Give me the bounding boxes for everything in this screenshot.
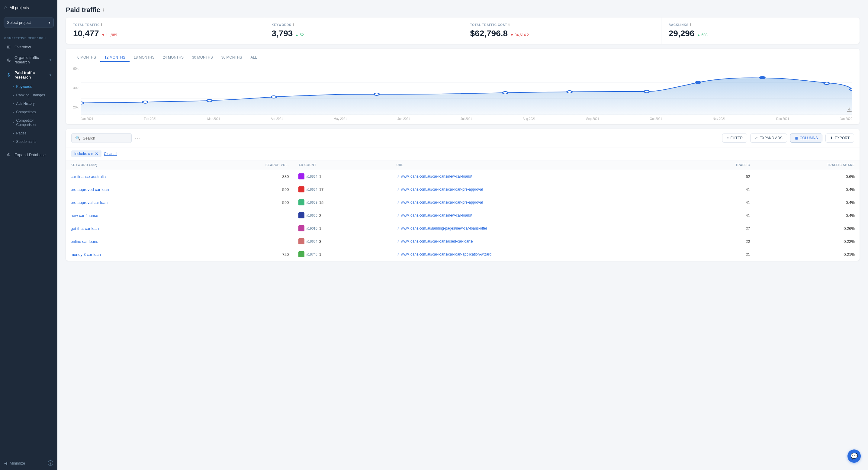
chevron-down-icon: ▾: [50, 73, 51, 77]
cost-info-icon[interactable]: ℹ: [508, 23, 510, 27]
search-input[interactable]: [83, 136, 128, 140]
y-axis-labels: 60k 40k 20k: [73, 67, 81, 109]
cell-traffic-share-5: 0.22%: [755, 235, 860, 248]
url-link-5[interactable]: www.loans.com.au/car-loans/used-car-loan…: [401, 239, 473, 244]
col-ad-count[interactable]: AD COUNT: [293, 160, 392, 170]
tab-6months[interactable]: 6 MONTHS: [73, 54, 100, 62]
keyword-link-3[interactable]: new car finance: [71, 213, 98, 218]
tab-12months[interactable]: 12 MONTHS: [100, 54, 130, 62]
sub-item-keywords-label: Keywords: [16, 85, 32, 89]
all-projects-link[interactable]: ⌂ All projects: [0, 0, 57, 15]
url-link-2[interactable]: www.loans.com.au/car-loans/car-loan-pre-…: [401, 200, 483, 205]
main-content: Paid traffic ℹ TOTAL TRAFFIC ℹ 10,477 ▼ …: [57, 0, 868, 470]
keyword-link-5[interactable]: online car loans: [71, 239, 98, 244]
sub-item-subdomains[interactable]: Subdomains: [8, 137, 57, 146]
ad-swatch-2: [299, 199, 304, 206]
table-header: KEYWORD (382) SEARCH VOL. AD COUNT URL T…: [66, 160, 860, 170]
keyword-link-1[interactable]: pre approved car loan: [71, 187, 109, 192]
cell-search-vol-6: 720: [201, 248, 294, 261]
stat-label-keywords: KEYWORDS ℹ: [272, 23, 455, 27]
filter-chip-car: Include: car ✕: [71, 150, 101, 157]
sidebar-item-paid[interactable]: $ Paid traffic research ▾: [2, 68, 56, 82]
competitive-research-label: COMPETITIVE RESEARCH: [0, 32, 57, 41]
cell-url-4: ↗ www.loans.com.au/landing-pages/new-car…: [392, 222, 686, 235]
col-keyword[interactable]: KEYWORD (382): [66, 160, 201, 170]
expand-ads-button[interactable]: ⤢ EXPAND ADS: [750, 133, 787, 143]
keyword-link-0[interactable]: car finance australia: [71, 174, 106, 179]
x-label-mar2021: Mar 2021: [208, 117, 220, 121]
backlinks-info-icon[interactable]: ℹ: [690, 23, 691, 27]
svg-point-4: [81, 102, 84, 104]
minimize-button[interactable]: ◀ Minimize ?: [0, 456, 57, 470]
stat-value-backlinks: 29,296 ▲ 608: [669, 29, 852, 38]
page-title: Paid traffic: [66, 6, 100, 14]
url-link-6[interactable]: www.loans.com.au/car-loans/car-loan-appl…: [401, 252, 491, 256]
filter-button[interactable]: ≡ FILTER: [722, 133, 747, 143]
y-label-40k: 40k: [73, 86, 79, 90]
project-selector[interactable]: Select project ▾: [4, 18, 54, 28]
url-link-0[interactable]: www.loans.com.au/car-loans/new-car-loans…: [401, 174, 472, 179]
filter-chip-remove[interactable]: ✕: [95, 152, 98, 156]
cell-traffic-4: 27: [686, 222, 755, 235]
columns-label: COLUMNS: [800, 136, 818, 140]
tab-all[interactable]: ALL: [246, 54, 261, 62]
stat-card-keywords: KEYWORDS ℹ 3,793 ▲ 52: [264, 18, 463, 44]
cell-traffic-2: 41: [686, 196, 755, 209]
sub-item-keywords[interactable]: Keywords: [8, 83, 57, 91]
ad-swatch-1: [299, 186, 304, 192]
sub-item-competitors[interactable]: Competitors: [8, 108, 57, 116]
keyword-link-2[interactable]: pre approval car loan: [71, 200, 107, 205]
x-label-nov2021: Nov 2021: [713, 117, 726, 121]
stats-row: TOTAL TRAFFIC ℹ 10,477 ▼ 11,989 KEYWORDS…: [66, 18, 860, 44]
x-label-feb2021: Feb 2021: [144, 117, 157, 121]
cell-traffic-share-6: 0.21%: [755, 248, 860, 261]
url-link-3[interactable]: www.loans.com.au/car-loans/new-car-loans…: [401, 213, 472, 218]
chevron-down-icon: ▾: [48, 20, 51, 25]
url-link-1[interactable]: www.loans.com.au/car-loans/car-loan-pre-…: [401, 187, 483, 191]
tab-36months[interactable]: 36 MONTHS: [217, 54, 246, 62]
sidebar: ⌂ All projects Select project ▾ COMPETIT…: [0, 0, 57, 470]
sidebar-item-organic[interactable]: ◎ Organic traffic research ▾: [2, 53, 56, 67]
sub-item-competitor-comparison[interactable]: Competitor Comparison: [8, 116, 57, 129]
chart-download-icon[interactable]: [846, 107, 852, 114]
sidebar-item-overview[interactable]: ⊞ Overview: [2, 42, 56, 52]
tab-30months[interactable]: 30 MONTHS: [188, 54, 217, 62]
search-field-wrap: 🔍: [71, 133, 132, 143]
sub-item-ads-history[interactable]: Ads History: [8, 99, 57, 108]
x-label-jun2021: Jun 2021: [398, 117, 410, 121]
keywords-info-icon[interactable]: ℹ: [293, 23, 294, 27]
sub-item-competitors-label: Competitors: [16, 110, 36, 114]
keyword-link-4[interactable]: get that car loan: [71, 226, 99, 231]
x-label-jul2021: Jul 2021: [461, 117, 472, 121]
tab-24months[interactable]: 24 MONTHS: [159, 54, 188, 62]
filter-dot-icon[interactable]: ⋯: [135, 135, 140, 142]
tab-18months[interactable]: 18 MONTHS: [130, 54, 159, 62]
cell-traffic-share-4: 0.26%: [755, 222, 860, 235]
traffic-info-icon[interactable]: ℹ: [101, 23, 102, 27]
sub-item-pages[interactable]: Pages: [8, 129, 57, 137]
sub-item-ranking-changes[interactable]: Ranking Changes: [8, 91, 57, 99]
col-url[interactable]: URL: [392, 160, 686, 170]
chat-bubble[interactable]: 💬: [847, 449, 861, 463]
col-search-vol[interactable]: SEARCH VOL.: [201, 160, 294, 170]
cell-search-vol-3: [201, 209, 294, 222]
sidebar-item-expand-db[interactable]: ⊕ Expand Database: [2, 150, 56, 160]
cell-keyword-2: pre approval car loan: [66, 196, 201, 209]
svg-point-11: [644, 90, 649, 93]
page-info-icon[interactable]: ℹ: [103, 8, 104, 12]
export-button[interactable]: ⬆ EXPORT: [826, 133, 854, 143]
x-label-apr2021: Apr 2021: [271, 117, 283, 121]
keyword-link-6[interactable]: money 3 car loan: [71, 252, 101, 257]
svg-point-9: [502, 92, 508, 94]
col-traffic-share[interactable]: TRAFFIC SHARE: [755, 160, 860, 170]
ad-id-5: #18664: [306, 240, 317, 243]
col-traffic[interactable]: TRAFFIC: [686, 160, 755, 170]
x-label-jan2021: Jan 2021: [81, 117, 93, 121]
filter-icon: ≡: [727, 136, 729, 140]
svg-point-12: [695, 81, 701, 84]
columns-button[interactable]: ▦ COLUMNS: [790, 133, 823, 143]
url-link-4[interactable]: www.loans.com.au/landing-pages/new-car-l…: [401, 226, 487, 230]
clear-all-button[interactable]: Clear all: [104, 152, 117, 156]
cell-traffic-share-1: 0.4%: [755, 183, 860, 196]
table-row: get that car loan #19010 1 ↗ www.loans.c…: [66, 222, 860, 235]
